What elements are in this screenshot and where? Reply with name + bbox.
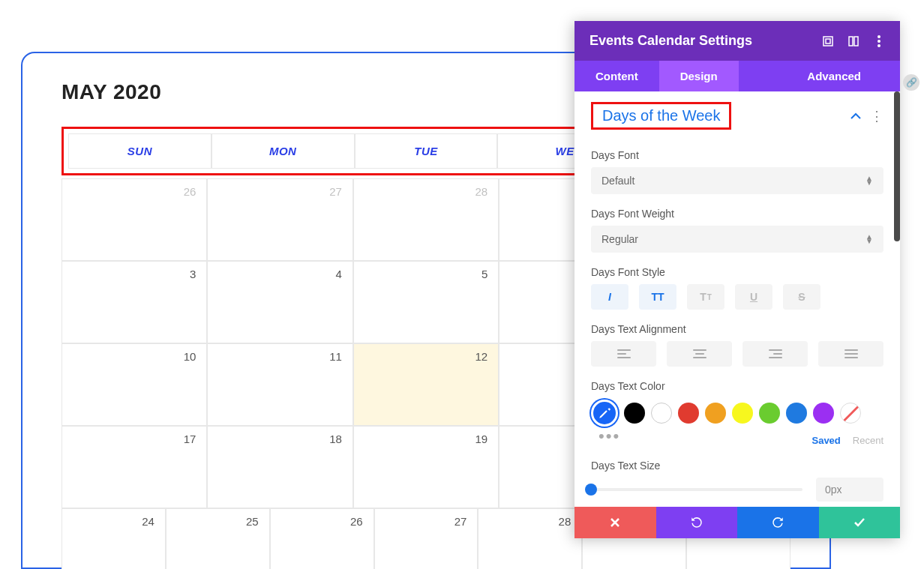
align-right-button[interactable] [742, 341, 808, 367]
dow-cell-tue: TUE [355, 133, 498, 169]
calendar-cell[interactable]: 25 [166, 508, 270, 569]
align-left-button[interactable] [591, 341, 656, 367]
svg-rect-3 [854, 37, 858, 46]
svg-rect-0 [824, 37, 832, 46]
swatch-red[interactable] [678, 403, 699, 424]
field-days-text-color: Days Text Color ••• Saved Recent [574, 367, 900, 446]
calendar-cell[interactable]: 17 [62, 426, 207, 508]
columns-icon[interactable] [848, 35, 860, 47]
label-days-text-size: Days Text Size [591, 460, 884, 472]
calendar-cell[interactable]: 19 [353, 426, 499, 508]
chevron-up-icon[interactable] [850, 109, 861, 123]
calendar-cell[interactable]: 27 [374, 508, 478, 569]
calendar-cell[interactable]: 18 [207, 426, 352, 508]
slider-handle[interactable] [585, 484, 597, 496]
swatch-none[interactable] [840, 403, 861, 424]
dow-cell-sun: SUN [68, 133, 212, 169]
slider-track [591, 488, 802, 491]
section-highlight: Days of the Week [591, 102, 731, 130]
sort-arrows-icon: ▲▼ [866, 235, 873, 244]
scrollbar[interactable] [894, 91, 900, 241]
section-kebab-icon[interactable]: ⋮ [870, 109, 884, 123]
dow-cell-mon: MON [212, 133, 355, 169]
calendar-cell[interactable]: 11 [207, 343, 352, 426]
select-days-font[interactable]: Default ▲▼ [591, 167, 884, 194]
kebab-icon[interactable] [873, 35, 885, 47]
strikethrough-button[interactable]: S [783, 284, 820, 310]
svg-rect-2 [849, 37, 853, 46]
panel-title: Events Calendar Settings [590, 33, 752, 49]
link-icon[interactable]: 🔗 [903, 74, 920, 91]
field-days-font: Days Font Default ▲▼ [574, 136, 900, 194]
more-colors-button[interactable]: ••• [591, 427, 620, 446]
calendar-cell[interactable]: 26 [270, 508, 374, 569]
color-picker-button[interactable] [591, 400, 618, 427]
svg-rect-1 [826, 39, 830, 43]
panel-header-icons [822, 35, 885, 47]
calendar-cell-today[interactable]: 12 [353, 343, 499, 426]
size-slider-row: 0px [591, 478, 884, 502]
calendar-cell[interactable]: 4 [207, 261, 352, 343]
select-days-font-weight[interactable]: Regular ▲▼ [591, 226, 884, 253]
swatch-green[interactable] [759, 403, 780, 424]
settings-panel: Events Calendar Settings Content Design … [574, 21, 900, 538]
label-days-text-color: Days Text Color [591, 380, 884, 392]
calendar-cell[interactable]: 27 [207, 178, 352, 261]
label-days-text-alignment: Days Text Alignment [591, 323, 884, 335]
swatch-blue[interactable] [786, 403, 807, 424]
calendar-cell[interactable]: 5 [353, 261, 499, 343]
section-title[interactable]: Days of the Week [602, 107, 720, 124]
field-days-text-size: Days Text Size 0px [574, 446, 900, 502]
tab-content[interactable]: Content [574, 61, 659, 91]
color-tab-saved[interactable]: Saved [812, 435, 840, 446]
confirm-button[interactable] [819, 507, 901, 538]
label-days-font-style: Days Font Style [591, 266, 884, 278]
calendar-cell[interactable]: 24 [62, 508, 166, 569]
font-style-buttons: I TT TT U S [591, 284, 884, 310]
svg-point-6 [878, 44, 880, 47]
sort-arrows-icon: ▲▼ [866, 176, 873, 185]
smallcaps-button[interactable]: TT [687, 284, 724, 310]
redo-button[interactable] [737, 507, 819, 538]
undo-button[interactable] [656, 507, 738, 538]
cancel-button[interactable] [574, 507, 656, 538]
panel-tabs: Content Design Advanced [574, 61, 900, 91]
svg-point-5 [878, 40, 880, 43]
field-days-font-weight: Days Font Weight Regular ▲▼ [574, 194, 900, 253]
calendar-cell[interactable]: 26 [62, 178, 207, 261]
swatch-white[interactable] [651, 403, 672, 424]
color-swatches [591, 400, 884, 427]
size-value-input[interactable]: 0px [816, 478, 884, 502]
swatch-yellow[interactable] [732, 403, 753, 424]
size-slider[interactable] [591, 482, 802, 497]
panel-body: Days of the Week ⋮ Days Font Default ▲▼ … [574, 91, 900, 507]
alignment-buttons [591, 341, 884, 367]
color-tab-recent[interactable]: Recent [853, 435, 884, 446]
color-row-2: ••• Saved Recent [591, 427, 884, 446]
uppercase-button[interactable]: TT [639, 284, 676, 310]
swatch-black[interactable] [624, 403, 645, 424]
select-value: Regular [602, 233, 638, 245]
section-icons: ⋮ [850, 109, 884, 123]
calendar-cell[interactable]: 28 [353, 178, 499, 261]
field-days-text-alignment: Days Text Alignment [574, 310, 900, 367]
color-tabs: Saved Recent [812, 435, 884, 446]
calendar-cell[interactable]: 28 [478, 508, 582, 569]
underline-button[interactable]: U [735, 284, 772, 310]
tab-advanced[interactable]: Advanced [786, 61, 882, 91]
calendar-cell[interactable]: 10 [62, 343, 207, 426]
label-days-font: Days Font [591, 149, 884, 161]
align-justify-button[interactable] [818, 341, 884, 367]
svg-point-4 [878, 35, 880, 38]
expand-icon[interactable] [822, 35, 834, 47]
section-header: Days of the Week ⋮ [574, 91, 900, 136]
calendar-cell[interactable]: 3 [62, 261, 207, 343]
swatch-orange[interactable] [705, 403, 726, 424]
swatch-purple[interactable] [813, 403, 834, 424]
italic-button[interactable]: I [591, 284, 628, 310]
panel-header: Events Calendar Settings [574, 21, 900, 61]
panel-footer [574, 507, 900, 538]
field-days-font-style: Days Font Style I TT TT U S [574, 253, 900, 310]
tab-design[interactable]: Design [659, 61, 739, 91]
align-center-button[interactable] [667, 341, 732, 367]
